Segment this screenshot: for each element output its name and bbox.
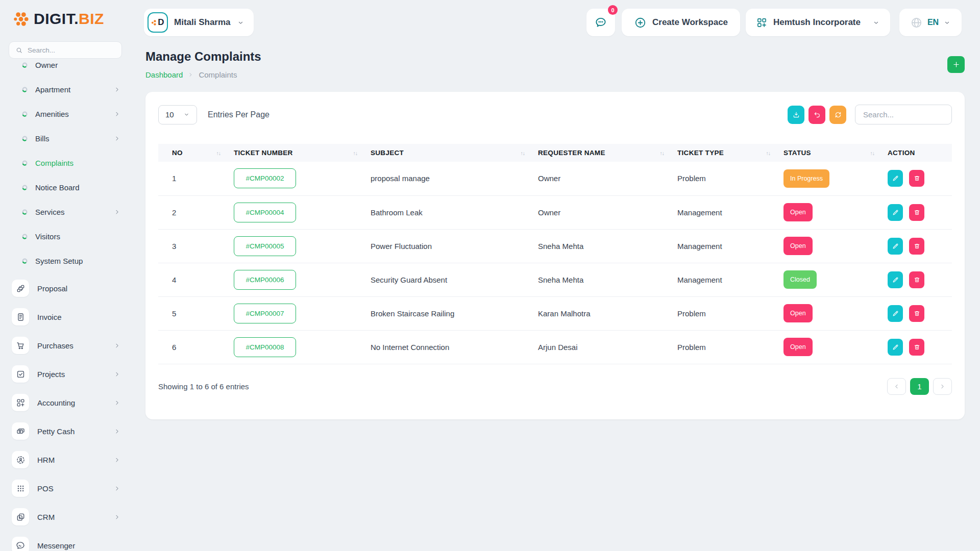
trash-icon — [913, 343, 921, 351]
cell-ticket-number: #CMP00004 — [234, 195, 371, 229]
status-badge: Open — [783, 304, 813, 322]
workspace-selector[interactable]: D Mitali Sharma — [144, 9, 254, 36]
cell-no: 1 — [158, 162, 234, 195]
delete-button[interactable] — [909, 204, 924, 221]
cell-subject: proposal manage — [371, 162, 538, 195]
sidebar-item-services[interactable]: Services — [0, 199, 133, 224]
sidebar-item-hrm[interactable]: HRM — [0, 445, 133, 474]
edit-button[interactable] — [888, 339, 903, 356]
sidebar-item-visitors[interactable]: Visitors — [0, 224, 133, 248]
export-button[interactable] — [788, 106, 804, 124]
sidebar-item-apartment[interactable]: Apartment — [0, 77, 133, 102]
entries-per-page-select[interactable]: 10 — [158, 105, 197, 124]
undo-arrow-icon — [813, 111, 821, 119]
sidebar-item-proposal[interactable]: Proposal — [0, 274, 133, 303]
sidebar-search-input[interactable] — [28, 46, 115, 54]
sidebar-item-invoice[interactable]: Invoice — [0, 303, 133, 331]
status-ring-icon — [22, 111, 28, 117]
app-logo[interactable]: DIGIT.BIZ — [13, 10, 104, 28]
crm-icon — [12, 508, 29, 525]
language-selector[interactable]: EN — [899, 9, 962, 36]
sidebar-search[interactable] — [9, 41, 122, 59]
delete-button[interactable] — [909, 170, 924, 187]
cell-status: Closed — [783, 263, 888, 296]
sort-icon: ↑↓ — [870, 150, 875, 156]
entries-per-page-label: Entries Per Page — [208, 110, 270, 119]
petty-cash-icon — [12, 422, 29, 440]
sidebar-item-amenities[interactable]: Amenities — [0, 102, 133, 126]
delete-button[interactable] — [909, 238, 924, 255]
column-header-ticket-type[interactable]: TICKET TYPE ↑↓ — [677, 144, 783, 162]
sidebar-item-accounting[interactable]: Accounting — [0, 388, 133, 417]
cell-subject: Broken Staircase Railing — [371, 296, 538, 330]
edit-button[interactable] — [888, 204, 903, 221]
sidebar-item-projects[interactable]: Projects — [0, 360, 133, 388]
ticket-number-badge[interactable]: #CMP00004 — [234, 203, 296, 222]
breadcrumb-dashboard-link[interactable]: Dashboard — [145, 70, 183, 79]
delete-button[interactable] — [909, 305, 924, 322]
language-code: EN — [927, 18, 939, 27]
column-header-no[interactable]: NO ↑↓ — [158, 144, 234, 162]
delete-button[interactable] — [909, 339, 924, 356]
cell-requester-name: Sneha Mehta — [538, 263, 677, 296]
undo-button[interactable] — [808, 106, 825, 124]
sidebar-item-crm[interactable]: CRM — [0, 503, 133, 531]
sidebar-item-purchases[interactable]: Purchases — [0, 331, 133, 360]
column-header-subject[interactable]: SUBJECT ↑↓ — [371, 144, 538, 162]
chat-bubble-icon — [594, 16, 607, 29]
brand-name: DIGIT.BIZ — [34, 10, 104, 28]
sidebar-item-system-setup[interactable]: System Setup — [0, 248, 133, 273]
sidebar-item-petty-cash[interactable]: Petty Cash — [0, 417, 133, 445]
company-name: Hemtush Incorporate — [773, 17, 861, 28]
edit-button[interactable] — [888, 271, 903, 288]
sort-icon: ↑↓ — [660, 150, 665, 156]
sidebar-item-messenger[interactable]: Messenger — [0, 531, 133, 551]
add-complaint-button[interactable] — [947, 56, 965, 73]
edit-button[interactable] — [888, 238, 903, 255]
sidebar-item-pos[interactable]: POS — [0, 474, 133, 503]
sidebar-item-complaints[interactable]: Complaints — [0, 151, 133, 175]
pencil-icon — [892, 242, 899, 250]
cell-subject: Security Guard Absent — [371, 263, 538, 296]
chevron-left-icon — [893, 383, 900, 390]
create-workspace-button[interactable]: Create Workspace — [622, 9, 740, 36]
cell-requester-name: Karan Malhotra — [538, 296, 677, 330]
table-search-input[interactable] — [855, 105, 952, 124]
ticket-number-badge[interactable]: #CMP00006 — [234, 270, 296, 290]
next-page-button[interactable] — [933, 378, 952, 395]
cell-requester-name: Owner — [538, 195, 677, 229]
refresh-button[interactable] — [829, 106, 846, 124]
status-ring-icon — [22, 185, 28, 190]
column-header-ticket-number[interactable]: TICKET NUMBER ↑↓ — [234, 144, 371, 162]
delete-button[interactable] — [909, 271, 924, 288]
status-ring-icon — [22, 234, 28, 239]
sort-icon: ↑↓ — [766, 150, 771, 156]
page-1-button[interactable]: 1 — [910, 378, 929, 395]
pencil-icon — [892, 209, 899, 216]
download-icon — [792, 111, 800, 119]
sidebar-item-notice-board[interactable]: Notice Board — [0, 175, 133, 199]
chat-button[interactable]: 0 — [586, 9, 615, 36]
cell-ticket-number: #CMP00007 — [234, 296, 371, 330]
column-header-requester-name[interactable]: REQUESTER NAME ↑↓ — [538, 144, 677, 162]
previous-page-button[interactable] — [887, 378, 906, 395]
proposal-icon — [12, 280, 29, 297]
sidebar-item-bills[interactable]: Bills — [0, 126, 133, 151]
ticket-number-badge[interactable]: #CMP00002 — [234, 168, 296, 188]
column-header-status[interactable]: STATUS ↑↓ — [783, 144, 888, 162]
plus-circle-icon — [634, 16, 647, 29]
sidebar-item-owner[interactable]: Owner — [0, 60, 133, 77]
pencil-icon — [892, 310, 899, 317]
refresh-icon — [834, 111, 842, 119]
status-ring-icon — [22, 209, 28, 215]
chevron-down-icon — [183, 111, 190, 118]
edit-button[interactable] — [888, 170, 903, 187]
company-selector[interactable]: Hemtush Incorporate — [746, 9, 890, 36]
cell-action — [888, 296, 952, 330]
cell-action — [888, 229, 952, 263]
cell-ticket-number: #CMP00002 — [234, 162, 371, 195]
ticket-number-badge[interactable]: #CMP00007 — [234, 304, 296, 323]
ticket-number-badge[interactable]: #CMP00005 — [234, 236, 296, 256]
ticket-number-badge[interactable]: #CMP00008 — [234, 337, 296, 357]
edit-button[interactable] — [888, 305, 903, 322]
